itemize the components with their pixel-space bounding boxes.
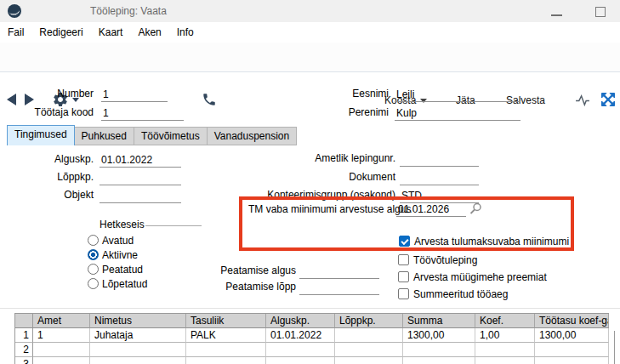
matrix-scrollbar[interactable] [614, 331, 615, 364]
radio-lopetatud-label: Lõpetatud [102, 278, 147, 290]
matrix-header-koef: Koef. [475, 314, 535, 328]
radio-aktiivne-label: Aktiivne [102, 249, 138, 261]
minimize-button[interactable] [551, 14, 562, 16]
peatamise-lopp-label: Peatamise lõpp [225, 281, 296, 293]
matrix-cell-koef[interactable] [475, 343, 535, 357]
matrix-cell-summa[interactable]: 1300,00 [403, 328, 475, 343]
menu-bar: Fail Redigeeri Kaart Aken Info [0, 22, 620, 43]
forward-button[interactable] [25, 94, 34, 105]
matrix-header-tasuliik: Tasuliik [186, 314, 266, 328]
paste-special-magnifier-icon[interactable] [469, 202, 482, 215]
peatamise-algus-label: Peatamise algus [220, 264, 296, 276]
dokument-field[interactable] [400, 172, 479, 185]
tm-vaba-label: TM vaba miinimumi arvestuse algus [248, 203, 411, 215]
last-name-label: Perenimi [349, 106, 389, 118]
dokument-label: Dokument [349, 171, 395, 183]
matrix-cell-tasuliik[interactable]: PALK [186, 328, 266, 343]
salary-matrix-table: Amet Nimetus Tasuliik Alguskp. Lõppkp. S… [14, 313, 609, 364]
employee-code-field[interactable]: 1 [101, 107, 184, 121]
matrix-cell-nimetus[interactable] [90, 357, 186, 364]
matrix-cell-alguskp[interactable] [266, 343, 335, 357]
preemia-label: Arvesta müügimehe preemiat [413, 271, 547, 283]
number-field[interactable]: 1 [101, 88, 168, 102]
matrix-rownum[interactable]: 2 [15, 343, 33, 357]
radio-avatud-label: Avatud [102, 235, 134, 247]
matrix-rownum[interactable]: 1 [15, 328, 33, 343]
matrix-cell-loppkp[interactable] [335, 328, 403, 343]
employee-code-label: Töötaja kood [35, 106, 94, 118]
matrix-cell-tootasu[interactable]: 1300,00 [535, 328, 609, 343]
phone-icon[interactable] [202, 92, 217, 107]
matrix-cell-amet[interactable] [33, 357, 90, 364]
activity-icon[interactable] [575, 94, 590, 106]
tab-puhkused[interactable]: Puhkused [75, 127, 134, 145]
first-name-field[interactable]: Leili [395, 88, 520, 102]
matrix-header-rownum [15, 314, 33, 328]
ametlik-lepingunr-label: Ametlik lepingunr. [315, 152, 395, 164]
matrix-cell-tootasu[interactable] [535, 357, 609, 364]
matrix-cell-summa[interactable] [403, 343, 475, 357]
hetkeseis-label: Hetkeseis [100, 219, 145, 230]
matrix-cell-amet[interactable] [33, 343, 90, 357]
radio-peatatud[interactable] [88, 264, 99, 275]
matrix-header-nimetus: Nimetus [90, 314, 186, 328]
menu-fail[interactable]: Fail [0, 22, 31, 43]
last-name-field[interactable]: Kulp [395, 107, 520, 121]
matrix-cell-alguskp[interactable]: 01.01.2022 [266, 328, 335, 343]
tab-toovoimetus[interactable]: Töövõimetus [134, 127, 208, 145]
tab-tingimused[interactable]: Tingimused [7, 125, 75, 145]
hetkeseis-rule [145, 225, 202, 226]
preemia-checkbox[interactable] [398, 271, 409, 282]
peatamise-algus-field[interactable] [299, 265, 379, 279]
matrix-cell-nimetus[interactable]: Juhataja [90, 328, 186, 343]
matrix-header-alguskp: Alguskp. [266, 314, 335, 328]
matrix-cell-nimetus[interactable] [90, 343, 186, 357]
matrix-cell-loppkp[interactable] [335, 357, 403, 364]
first-name-label: Eesnimi [352, 88, 389, 100]
matrix-header-loppkp: Lõppkp. [335, 314, 403, 328]
toovotuleping-checkbox[interactable] [398, 254, 409, 265]
tm-vaba-field[interactable]: 01.01.2026 [396, 203, 466, 217]
tab-vanaduspension[interactable]: Vanaduspension [208, 127, 298, 145]
objekt-field[interactable] [100, 190, 181, 203]
radio-peatatud-label: Peatatud [102, 264, 143, 276]
radio-lopetatud[interactable] [88, 278, 99, 289]
matrix-cell-koef[interactable] [475, 357, 535, 364]
window-title: Tööleping: Vaata [90, 5, 167, 17]
title-bar: Tööleping: Vaata [0, 0, 620, 22]
peatamise-lopp-field[interactable] [299, 282, 379, 295]
matrix-header-summa: Summa [403, 314, 475, 328]
matrix-header-amet: Amet [33, 314, 90, 328]
menu-info[interactable]: Info [169, 22, 202, 43]
menu-aken[interactable]: Aken [130, 22, 168, 43]
menu-kaart[interactable]: Kaart [91, 22, 131, 43]
tulumaksuvaba-checkbox[interactable] [399, 236, 410, 247]
matrix-cell-tasuliik[interactable] [186, 343, 266, 357]
alguskp-field[interactable]: 01.01.2022 [100, 154, 181, 168]
toovotuleping-label: Töövõtuleping [413, 254, 477, 266]
section-divider [0, 308, 620, 309]
summeeritud-checkbox[interactable] [398, 288, 409, 299]
back-button[interactable] [7, 94, 16, 105]
matrix-cell-koef[interactable]: 1,00 [475, 328, 535, 343]
ametlik-lepingunr-field[interactable] [400, 153, 479, 167]
tab-strip: Tingimused Puhkused Töövõimetus Vanadusp… [7, 125, 297, 145]
matrix-header-tootasu: Töötasu koef-ga [535, 314, 609, 328]
app-logo-icon [7, 3, 22, 19]
matrix-cell-tootasu[interactable] [535, 343, 609, 357]
radio-avatud[interactable] [88, 235, 99, 246]
expand-icon[interactable] [601, 93, 615, 106]
menu-redigeeri[interactable]: Redigeeri [31, 22, 90, 43]
maximize-button[interactable] [595, 7, 606, 17]
matrix-cell-alguskp[interactable] [266, 357, 335, 364]
matrix-cell-tasuliik[interactable] [186, 357, 266, 364]
radio-aktiivne[interactable] [88, 249, 99, 260]
toolbar: Koosta Jäta Salvesta [0, 43, 620, 72]
matrix-cell-amet[interactable]: 1 [33, 328, 90, 343]
tulumaksuvaba-label: Arvesta tulumaksuvaba miinimumi [414, 236, 569, 247]
loppkp-label: Lõppkp. [57, 171, 94, 183]
matrix-cell-loppkp[interactable] [335, 343, 403, 357]
loppkp-field[interactable] [100, 172, 181, 185]
matrix-cell-summa[interactable] [403, 357, 475, 364]
matrix-rownum[interactable]: 3 [15, 357, 33, 364]
